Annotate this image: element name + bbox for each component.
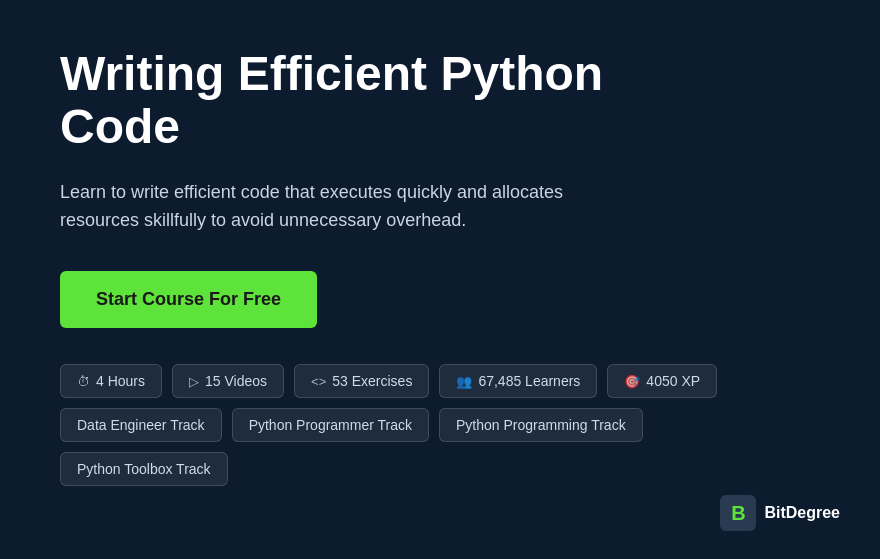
hours-tag: ⏱ 4 Hours: [60, 364, 162, 398]
page-title: Writing Efficient Python Code: [60, 48, 660, 154]
hours-label: 4 Hours: [96, 373, 145, 389]
bitdegree-text: BitDegree: [764, 504, 840, 522]
xp-icon: 🎯: [624, 374, 640, 389]
python-programming-track-tag: Python Programming Track: [439, 408, 643, 442]
videos-tag: ▷ 15 Videos: [172, 364, 284, 398]
exercises-tag: <> 53 Exercises: [294, 364, 429, 398]
users-icon: 👥: [456, 374, 472, 389]
clock-icon: ⏱: [77, 374, 90, 389]
python-programmer-track-tag: Python Programmer Track: [232, 408, 429, 442]
play-icon: ▷: [189, 374, 199, 389]
xp-label: 4050 XP: [646, 373, 700, 389]
exercises-label: 53 Exercises: [332, 373, 412, 389]
python-toolbox-track-tag: Python Toolbox Track: [60, 452, 228, 486]
data-engineer-track-tag: Data Engineer Track: [60, 408, 222, 442]
page-container: Writing Efficient Python Code Learn to w…: [0, 0, 880, 559]
python-programmer-track-label: Python Programmer Track: [249, 417, 412, 433]
learners-tag: 👥 67,485 Learners: [439, 364, 597, 398]
python-programming-track-label: Python Programming Track: [456, 417, 626, 433]
xp-tag: 🎯 4050 XP: [607, 364, 717, 398]
tags-container: ⏱ 4 Hours ▷ 15 Videos <> 53 Exercises 👥 …: [60, 364, 760, 486]
bitdegree-logo: B BitDegree: [720, 495, 840, 531]
code-icon: <>: [311, 374, 326, 389]
videos-label: 15 Videos: [205, 373, 267, 389]
data-engineer-track-label: Data Engineer Track: [77, 417, 205, 433]
start-course-button[interactable]: Start Course For Free: [60, 271, 317, 328]
page-description: Learn to write efficient code that execu…: [60, 178, 620, 236]
learners-label: 67,485 Learners: [478, 373, 580, 389]
python-toolbox-track-label: Python Toolbox Track: [77, 461, 211, 477]
bitdegree-icon: B: [720, 495, 756, 531]
